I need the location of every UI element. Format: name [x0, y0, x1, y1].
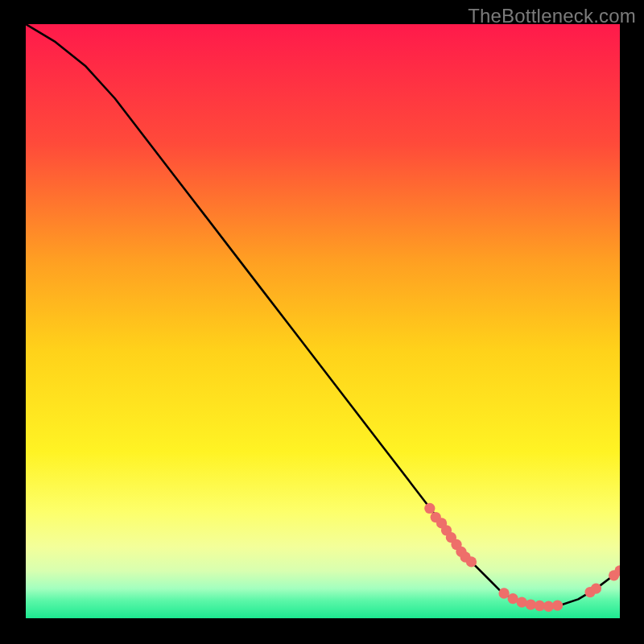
marker-group — [424, 503, 620, 612]
data-marker — [552, 600, 563, 610]
watermark-text: TheBottleneck.com — [468, 5, 636, 27]
curve-layer — [26, 24, 620, 618]
data-marker — [466, 556, 477, 567]
chart-stage: TheBottleneck.com — [0, 0, 644, 644]
data-marker — [591, 583, 601, 593]
bottleneck-curve — [26, 24, 620, 606]
plot-area — [24, 24, 620, 620]
data-marker — [498, 588, 509, 598]
data-marker — [424, 503, 435, 514]
